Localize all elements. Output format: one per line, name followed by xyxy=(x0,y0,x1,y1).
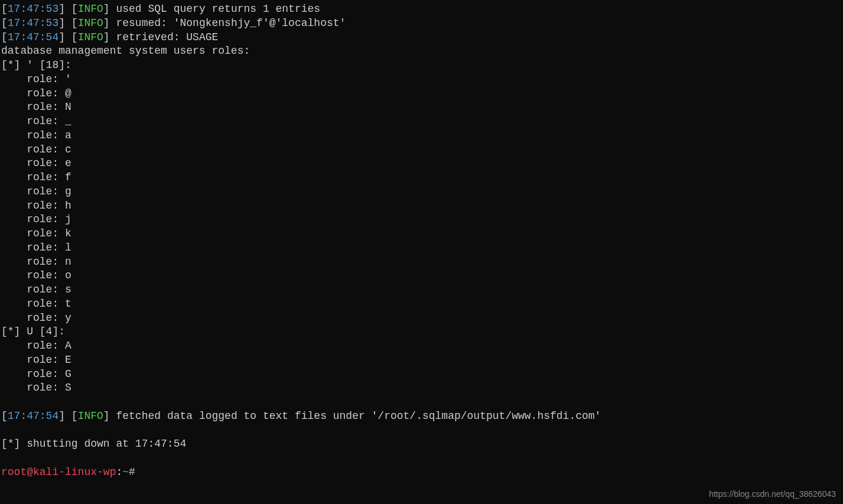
prompt-user: root@kali-linux-wp xyxy=(1,466,116,478)
watermark-text: https://blog.csdn.net/qq_38626043 xyxy=(709,489,836,499)
role-line: role: _ xyxy=(1,115,842,129)
log-level: INFO xyxy=(78,31,103,43)
role-line: role: j xyxy=(1,213,842,227)
prompt-path: ~ xyxy=(122,466,129,478)
log-message: resumed: 'Nongkenshjy_f'@'localhost' xyxy=(116,17,346,29)
timestamp: 17:47:53 xyxy=(8,17,58,29)
prompt-line[interactable]: root@kali-linux-wp:~# xyxy=(1,466,842,480)
roles-header: database management system users roles: xyxy=(1,44,842,58)
timestamp: 17:47:54 xyxy=(8,31,58,43)
prompt-hash: # xyxy=(129,466,142,478)
role-line: role: e xyxy=(1,157,842,171)
blank-line xyxy=(1,395,842,409)
role-line: role: y xyxy=(1,311,842,326)
role-line: role: a xyxy=(1,129,842,143)
terminal-output[interactable]: [17:47:53] [INFO] used SQL query returns… xyxy=(1,2,842,480)
role-line: role: c xyxy=(1,143,842,157)
log-line: [17:47:54] [INFO] fetched data logged to… xyxy=(1,409,842,424)
role-line: role: A xyxy=(1,339,842,353)
log-level: INFO xyxy=(78,3,103,15)
role-line: role: o xyxy=(1,269,842,283)
log-message: used SQL query returns 1 entries xyxy=(116,3,320,15)
role-line: role: l xyxy=(1,241,842,255)
role-line: role: k xyxy=(1,227,842,241)
log-line: [17:47:53] [INFO] used SQL query returns… xyxy=(1,2,842,17)
log-level: INFO xyxy=(78,410,103,422)
blank-line xyxy=(1,424,842,438)
role-line: role: h xyxy=(1,199,842,213)
role-line: role: E xyxy=(1,353,842,368)
role-line: role: G xyxy=(1,368,842,382)
role-line: role: s xyxy=(1,283,842,297)
role-line: role: t xyxy=(1,297,842,311)
role-line: role: S xyxy=(1,381,842,395)
log-message: retrieved: USAGE xyxy=(116,31,218,43)
log-message: fetched data logged to text files under … xyxy=(116,410,601,422)
timestamp: 17:47:54 xyxy=(8,410,58,422)
role-line: role: ' xyxy=(1,73,842,87)
role-line: role: g xyxy=(1,185,842,199)
log-level: INFO xyxy=(78,17,103,29)
role-line: role: n xyxy=(1,255,842,269)
shutdown-line: [*] shutting down at 17:47:54 xyxy=(1,437,842,451)
blank-line xyxy=(1,451,842,466)
log-line: [17:47:54] [INFO] retrieved: USAGE xyxy=(1,31,842,45)
role-line: role: N xyxy=(1,100,842,115)
role-line: role: @ xyxy=(1,87,842,101)
group-header: [*] U [4]: xyxy=(1,325,842,339)
group-header: [*] ' [18]: xyxy=(1,58,842,73)
role-line: role: f xyxy=(1,171,842,185)
log-line: [17:47:53] [INFO] resumed: 'Nongkenshjy_… xyxy=(1,17,842,31)
timestamp: 17:47:53 xyxy=(8,3,58,15)
